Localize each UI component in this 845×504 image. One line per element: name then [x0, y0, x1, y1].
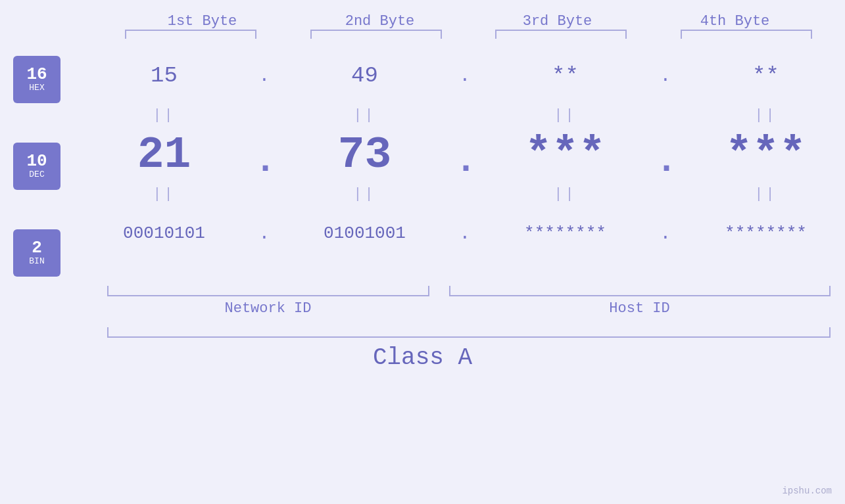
eq1-b3: ||: [475, 107, 656, 124]
equals-row-2: || || || ||: [74, 181, 845, 207]
bin-b3-value: ********: [524, 223, 606, 243]
bracket-cell-2: [292, 30, 459, 43]
bracket-cell-1: [107, 30, 274, 43]
bin-num: 2: [32, 239, 42, 256]
hex-badge: 16 HEX: [13, 56, 60, 103]
bin-b2-cell: 01001001: [274, 223, 455, 243]
host-id-label: Host ID: [449, 300, 831, 317]
dec-b3-cell: ***: [475, 129, 656, 180]
hex-label: HEX: [29, 83, 44, 93]
eq2-b4: ||: [675, 186, 845, 202]
bracket-dot-1: [274, 30, 293, 43]
dec-b2-cell: 73: [274, 129, 455, 180]
dec-label: DEC: [29, 170, 44, 180]
header-brackets: [107, 30, 831, 43]
dec-num: 10: [26, 152, 47, 170]
hex-b3-cell: **: [475, 63, 656, 88]
class-label: Class A: [373, 344, 472, 371]
eq2-b1: ||: [74, 186, 254, 202]
bin-dot-2: .: [455, 223, 475, 244]
dec-dot-3: .: [656, 130, 675, 179]
dec-dot-1: .: [254, 130, 274, 179]
bracket-4: [681, 30, 812, 39]
byte1-header: 1st Byte: [130, 13, 275, 30]
content-area: 16 HEX 10 DEC 2 BIN 15 . 49: [0, 49, 845, 283]
dec-b4-value: ***: [725, 129, 806, 180]
network-id-bracket: [107, 286, 429, 296]
hex-b1-cell: 15: [74, 63, 254, 88]
main-container: 1st Byte 2nd Byte 3rd Byte 4th Byte 16 H…: [0, 0, 845, 504]
equals-row-1: || || || ||: [74, 102, 845, 128]
bin-b1-cell: 00010101: [74, 223, 254, 243]
eq1-b4: ||: [675, 107, 845, 124]
dec-b1-value: 21: [137, 129, 191, 180]
eq1-b1: ||: [74, 107, 254, 124]
bracket-cell-3: [477, 30, 644, 43]
dec-b3-value: ***: [525, 129, 605, 180]
bracket-cell-4: [663, 30, 830, 43]
hex-row: 15 . 49 . ** . **: [74, 49, 845, 102]
bin-b3-cell: ********: [475, 223, 656, 243]
bracket-2: [310, 30, 442, 39]
hex-b2-value: 49: [351, 63, 378, 88]
dec-badge: 10 DEC: [13, 143, 60, 190]
hex-b1-value: 15: [151, 63, 178, 88]
dec-b4-cell: ***: [675, 129, 845, 180]
byte3-header: 3rd Byte: [485, 13, 630, 30]
hex-b2-cell: 49: [274, 63, 455, 88]
byte4-header: 4th Byte: [663, 13, 808, 30]
bin-dot-3: .: [656, 223, 675, 244]
hex-num: 16: [26, 66, 47, 83]
bin-b1-value: 00010101: [123, 223, 205, 243]
dec-dot-2: .: [455, 130, 475, 179]
bracket-1: [125, 30, 256, 39]
bin-b4-value: ********: [725, 223, 807, 243]
bracket-3: [495, 30, 627, 39]
hex-dot-2: .: [455, 66, 475, 86]
base-labels-col: 16 HEX 10 DEC 2 BIN: [0, 49, 74, 283]
dec-b2-value: 73: [338, 129, 392, 180]
byte-headers-row: 1st Byte 2nd Byte 3rd Byte 4th Byte: [107, 13, 831, 30]
watermark: ipshu.com: [782, 486, 832, 496]
bin-badge: 2 BIN: [13, 229, 60, 277]
id-label-spacer: [429, 300, 449, 317]
bracket-dot-2: [460, 30, 478, 43]
id-labels-row: Network ID Host ID: [107, 300, 831, 317]
hex-b4-cell: **: [675, 63, 845, 88]
hex-b4-value: **: [752, 63, 779, 88]
dec-b1-cell: 21: [74, 129, 254, 180]
values-grid: 15 . 49 . ** . ** || ||: [74, 49, 845, 283]
bottom-bracket-container: [107, 286, 831, 296]
bracket-dot-3: [645, 30, 664, 43]
hex-dot-1: .: [254, 66, 274, 86]
eq2-b3: ||: [475, 186, 656, 202]
eq1-b2: ||: [274, 107, 455, 124]
full-bottom-bracket: [107, 327, 831, 338]
eq2-b2: ||: [274, 186, 455, 202]
bin-dot-1: .: [254, 223, 274, 244]
network-id-label: Network ID: [107, 300, 429, 317]
host-id-bracket: [449, 286, 831, 296]
bin-label: BIN: [29, 256, 44, 267]
hex-b3-value: **: [552, 63, 579, 88]
hex-dot-3: .: [656, 66, 675, 86]
byte2-header: 2nd Byte: [308, 13, 452, 30]
dec-row: 21 . 73 . *** . ***: [74, 128, 845, 181]
bin-b4-cell: ********: [675, 223, 845, 243]
bracket-spacer: [429, 286, 449, 296]
bin-row: 00010101 . 01001001 . ******** . *******…: [74, 207, 845, 260]
bin-b2-value: 01001001: [324, 223, 406, 243]
